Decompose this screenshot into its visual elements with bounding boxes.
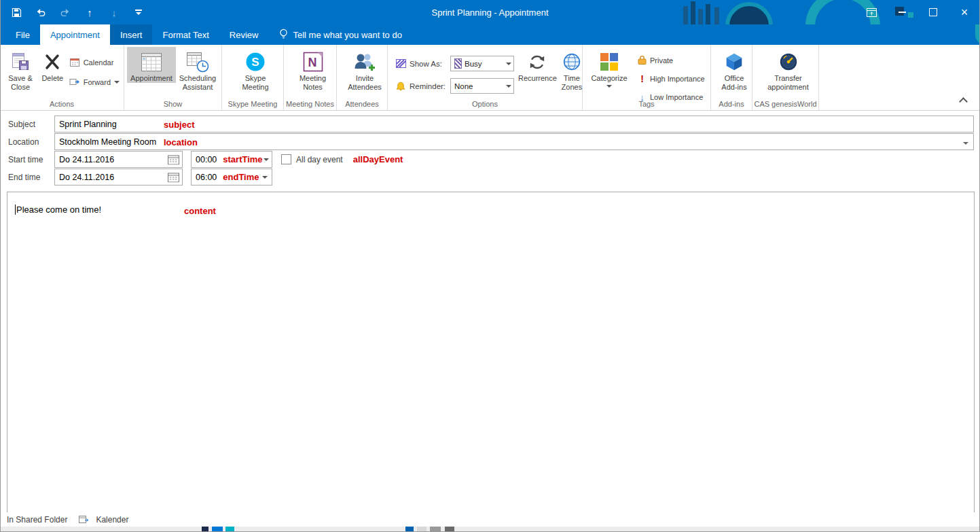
- chevron-down-icon[interactable]: [263, 158, 270, 161]
- ribbon-tab-row: File Appointment Insert Format Text Revi…: [0, 24, 980, 45]
- location-value: Stockholm Meeting Room: [55, 137, 156, 147]
- collapse-ribbon-button[interactable]: [957, 95, 969, 105]
- up-arrow-icon[interactable]: ↑: [83, 5, 96, 19]
- tab-format-text[interactable]: Format Text: [152, 24, 219, 45]
- subject-input[interactable]: Sprint Planning subject: [54, 116, 974, 132]
- delete-label: Delete: [41, 74, 63, 83]
- tab-review[interactable]: Review: [219, 24, 269, 45]
- categorize-label: Categorize: [591, 74, 627, 83]
- end-date-input[interactable]: Do 24.11.2016: [54, 169, 183, 185]
- start-time-label: Start time: [8, 155, 54, 164]
- window-title: Sprint Planning - Appointment: [0, 0, 980, 24]
- scheduling-assistant-label: Scheduling Assistant: [177, 74, 218, 92]
- forward-label: Forward: [84, 78, 111, 86]
- forward-button[interactable]: Forward: [67, 75, 122, 89]
- time-zones-label: Time Zones: [560, 74, 584, 92]
- shared-calendar-icon: [79, 515, 90, 525]
- ribbon-group-actions: Save & Close Delete Calendar: [0, 45, 124, 110]
- titlebar: ↑ ↓ Sprint Planning - Appointment ×: [0, 0, 980, 24]
- undo-icon[interactable]: [34, 5, 48, 19]
- date-picker-icon[interactable]: [168, 154, 179, 164]
- recurrence-button[interactable]: Recurrence: [517, 47, 558, 83]
- ribbon-group-addins: Office Add-ins Add-ins: [711, 45, 752, 110]
- maximize-button[interactable]: [918, 0, 949, 24]
- ribbon: Save & Close Delete Calendar: [0, 45, 980, 111]
- location-label: Location: [8, 137, 54, 147]
- appointment-icon: [140, 49, 163, 74]
- calendar-button[interactable]: Calendar: [67, 56, 122, 69]
- chevron-down-icon[interactable]: [260, 176, 270, 179]
- tabrow-decoration: [975, 24, 980, 45]
- body-editor[interactable]: Please come on time! content: [7, 192, 975, 514]
- all-day-event-checkbox[interactable]: [281, 154, 291, 164]
- invite-attendees-button[interactable]: Invite Attendees: [342, 47, 387, 92]
- folder-status-text: In Shared Folder: [7, 515, 67, 525]
- tab-appointment[interactable]: Appointment: [40, 24, 110, 45]
- save-and-close-label: Save & Close: [4, 74, 37, 92]
- end-time-input[interactable]: 06:00 endTime: [191, 169, 272, 185]
- ribbon-group-cas: Transfer appointment CAS genesisWorld: [752, 45, 819, 110]
- folder-name[interactable]: Kalender: [96, 515, 128, 525]
- skype-meeting-label: Skype Meeting: [238, 74, 272, 92]
- invite-attendees-icon: [353, 49, 376, 74]
- svg-text:N: N: [308, 56, 316, 69]
- group-label-cas: CAS genesisWorld: [752, 100, 818, 108]
- recurrence-icon: [526, 49, 549, 74]
- delete-button[interactable]: Delete: [38, 47, 67, 83]
- all-day-event-label: All day event: [296, 155, 343, 164]
- show-as-select[interactable]: Busy: [450, 56, 514, 71]
- subject-value: Sprint Planning: [55, 120, 117, 129]
- appointment-label: Appointment: [130, 74, 173, 83]
- quick-access-toolbar: ↑ ↓: [10, 0, 145, 24]
- categorize-button[interactable]: Categorize: [588, 47, 630, 88]
- location-input[interactable]: Stockholm Meeting Room location: [54, 133, 974, 150]
- subject-annotation: subject: [164, 119, 195, 129]
- ribbon-display-options-icon[interactable]: [856, 0, 886, 24]
- group-label-show: Show: [124, 100, 221, 108]
- scheduling-assistant-icon: [186, 49, 209, 74]
- chevron-down-icon: [503, 79, 513, 93]
- transfer-appointment-button[interactable]: Transfer appointment: [758, 47, 819, 92]
- save-icon[interactable]: [10, 5, 23, 19]
- appointment-button[interactable]: Appointment: [127, 47, 176, 83]
- time-zones-button[interactable]: Time Zones: [558, 47, 585, 92]
- group-label-meeting-notes: Meeting Notes: [284, 100, 336, 108]
- customize-quick-access-icon[interactable]: [132, 5, 145, 19]
- high-importance-button[interactable]: ! High Importance: [636, 72, 707, 86]
- transfer-appointment-icon: [777, 49, 800, 74]
- tab-file[interactable]: File: [5, 24, 40, 45]
- delete-icon: [43, 49, 61, 74]
- save-and-close-icon: [10, 49, 31, 74]
- start-date-input[interactable]: Do 24.11.2016: [54, 151, 183, 168]
- save-and-close-button[interactable]: Save & Close: [3, 47, 38, 92]
- minimize-button[interactable]: [886, 0, 918, 24]
- svg-text:S: S: [251, 56, 259, 69]
- start-time-input[interactable]: 00:00 startTime: [191, 151, 272, 168]
- office-addins-button[interactable]: Office Add-ins: [715, 47, 753, 92]
- recurrence-label: Recurrence: [518, 74, 557, 83]
- invite-attendees-label: Invite Attendees: [346, 74, 383, 92]
- skype-icon: S: [244, 49, 267, 74]
- tell-me-box[interactable]: Tell me what you want to do: [279, 24, 401, 45]
- private-button[interactable]: Private: [636, 54, 707, 67]
- close-button[interactable]: ×: [949, 0, 980, 24]
- tab-insert[interactable]: Insert: [110, 24, 153, 45]
- redo-icon[interactable]: [58, 5, 72, 19]
- content-annotation: content: [184, 206, 216, 216]
- group-label-attendees: Attendees: [337, 100, 387, 108]
- start-time-annotation: startTime: [217, 154, 262, 164]
- private-label: Private: [650, 56, 673, 65]
- scheduling-assistant-button[interactable]: Scheduling Assistant: [176, 47, 219, 92]
- reminder-label: Reminder:: [410, 82, 448, 90]
- reminder-select[interactable]: None: [450, 78, 514, 94]
- date-picker-icon[interactable]: [168, 172, 179, 182]
- end-time-value: 06:00: [192, 173, 217, 182]
- categorize-icon: [599, 49, 619, 74]
- meeting-notes-button[interactable]: N Meeting Notes: [291, 47, 335, 92]
- chevron-down-icon[interactable]: [963, 137, 968, 147]
- down-arrow-icon[interactable]: ↓: [107, 5, 121, 19]
- ribbon-group-tags: Categorize Private ! High Importance ↓ L…: [583, 45, 711, 110]
- chevron-down-icon: [503, 56, 513, 71]
- taskbar-sliver: [0, 527, 980, 532]
- skype-meeting-button[interactable]: S Skype Meeting: [230, 47, 280, 92]
